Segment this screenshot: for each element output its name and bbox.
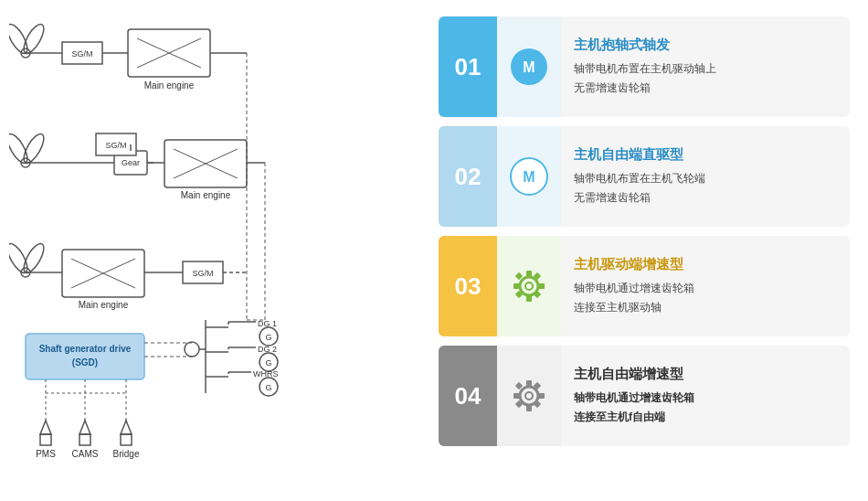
system-diagram: SG/M Main engine Gear SG/M	[9, 9, 411, 492]
svg-point-88	[525, 282, 533, 290]
svg-rect-71	[40, 434, 51, 445]
card-04-number: 04	[439, 346, 497, 446]
svg-text:SG/M: SG/M	[192, 269, 213, 278]
card-02-desc: 轴带电机布置在主机飞轮端 无需增速齿轮箱	[574, 169, 837, 207]
svg-rect-91	[513, 283, 521, 289]
card-03-number: 03	[439, 236, 497, 336]
svg-rect-77	[121, 434, 132, 445]
card-01-number: 01	[439, 16, 497, 117]
svg-text:Bridge: Bridge	[113, 449, 140, 459]
svg-text:M: M	[523, 169, 535, 185]
card-02: 02 M 主机自由端直驱型 轴带电机布置在主机飞轮端 无需增速齿轮箱	[439, 126, 850, 227]
svg-text:Main engine: Main engine	[181, 190, 231, 200]
svg-text:(SGD): (SGD)	[72, 357, 98, 368]
svg-text:SG/M: SG/M	[71, 49, 92, 59]
card-02-number: 02	[439, 126, 497, 227]
svg-marker-76	[121, 421, 132, 434]
card-02-title: 主机自由端直驱型	[574, 146, 837, 164]
diagram-panel: SG/M Main engine Gear SG/M	[0, 0, 420, 501]
svg-text:G: G	[265, 358, 271, 368]
svg-point-49	[185, 342, 199, 357]
svg-text:PMS: PMS	[36, 449, 56, 459]
svg-marker-73	[79, 421, 90, 434]
svg-text:Main engine: Main engine	[79, 300, 129, 310]
card-04-content: 主机自由端增速型 轴带电机通过增速齿轮箱 连接至主机f自由端	[561, 355, 850, 437]
svg-text:Shaft generator drive: Shaft generator drive	[39, 344, 132, 354]
svg-rect-74	[79, 434, 90, 445]
svg-text:WHRS: WHRS	[253, 369, 279, 378]
card-01-icon: M	[497, 16, 561, 117]
svg-rect-101	[513, 393, 521, 399]
svg-text:CAMS: CAMS	[72, 449, 99, 459]
card-01-content: 主机抱轴式轴发 轴带电机布置在主机驱动轴上 无需增速齿轮箱	[561, 26, 850, 108]
svg-rect-89	[526, 271, 532, 278]
svg-rect-99	[526, 380, 532, 388]
right-panel: 01 M 主机抱轴式轴发 轴带电机布置在主机驱动轴上 无需增速齿轮箱 02 M	[420, 0, 868, 501]
svg-rect-102	[537, 393, 545, 399]
card-03: 03 主机驱动端增速型 轴带电机通过增速齿轮箱 连接至主机驱动轴	[439, 236, 850, 336]
svg-point-98	[525, 392, 533, 400]
card-02-content: 主机自由端直驱型 轴带电机布置在主机飞轮端 无需增速齿轮箱	[561, 135, 850, 218]
card-03-content: 主机驱动端增速型 轴带电机通过增速齿轮箱 连接至主机驱动轴	[561, 245, 850, 327]
svg-text:G: G	[265, 383, 271, 392]
svg-marker-70	[40, 421, 51, 434]
svg-text:Main engine: Main engine	[144, 80, 195, 91]
card-03-title: 主机驱动端增速型	[574, 256, 837, 273]
svg-rect-44	[26, 334, 144, 379]
svg-rect-90	[526, 294, 532, 302]
svg-rect-92	[537, 283, 545, 289]
card-01-desc: 轴带电机布置在主机驱动轴上 无需增速齿轮箱	[574, 59, 837, 97]
svg-text:M: M	[523, 59, 535, 75]
svg-text:SG/M: SG/M	[105, 141, 126, 150]
card-01-title: 主机抱轴式轴发	[574, 37, 837, 54]
card-02-icon: M	[497, 126, 561, 227]
svg-point-12	[9, 131, 31, 165]
card-03-icon	[497, 236, 561, 336]
svg-text:Gear: Gear	[122, 158, 140, 167]
svg-text:G: G	[265, 333, 271, 342]
svg-point-0	[9, 21, 31, 56]
card-04-desc: 轴带电机通过增速齿轮箱 连接至主机f自由端	[574, 389, 837, 426]
svg-point-29	[9, 240, 31, 275]
card-04: 04 主机自由端增速型 轴带电机通过增速齿轮箱 连接至主机f自由端	[439, 346, 850, 446]
card-01: 01 M 主机抱轴式轴发 轴带电机布置在主机驱动轴上 无需增速齿轮箱	[439, 16, 850, 117]
card-03-desc: 轴带电机通过增速齿轮箱 连接至主机驱动轴	[574, 279, 837, 316]
card-04-title: 主机自由端增速型	[574, 366, 837, 383]
svg-rect-100	[526, 404, 532, 411]
card-04-icon	[497, 346, 561, 446]
